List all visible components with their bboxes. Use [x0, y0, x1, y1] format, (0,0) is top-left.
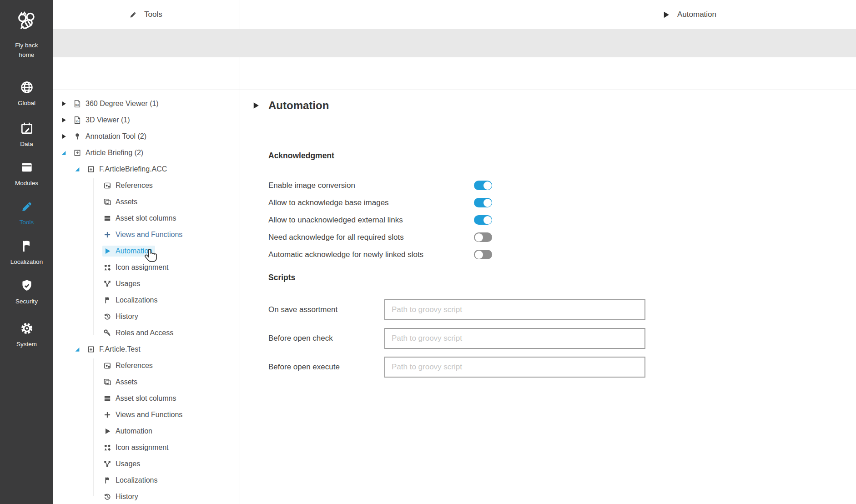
toggle-switch-allow-to-unacknowledged-external-links[interactable]: [474, 215, 492, 225]
tree-item-content: 3D3D Viewer (1): [72, 115, 133, 126]
tree-item-label: Localizations: [116, 476, 158, 484]
tree-item-views-and-functions[interactable]: Views and Functions: [53, 227, 240, 243]
tree-item-roles-and-access[interactable]: Roles and Access: [53, 325, 240, 341]
tree-item-content: Views and Functions: [102, 409, 185, 420]
tree-item-localizations[interactable]: Localizations: [53, 472, 240, 489]
collapse-arrow-icon[interactable]: [74, 346, 81, 353]
pencil-icon: [20, 199, 34, 214]
tree-item-360-degree-viewer-1[interactable]: 360360 Degree Viewer (1): [53, 96, 240, 112]
tree-item-views-and-functions[interactable]: Views and Functions: [53, 407, 240, 423]
tree-item-usages[interactable]: Usages: [53, 276, 240, 292]
tree-item-asset-slot-columns[interactable]: Asset slot columns: [53, 390, 240, 407]
tree-item-annotation-tool-2[interactable]: Annotation Tool (2): [53, 128, 240, 145]
toggle-switch-need-acknowledge-for-all-required-slots[interactable]: [474, 232, 492, 242]
sidebar-item-localization[interactable]: Localization: [0, 239, 53, 267]
expand-arrow-icon[interactable]: [60, 101, 67, 107]
document-360-icon: 360: [73, 100, 81, 108]
assets-icon: [103, 198, 111, 206]
tree-item-content: Asset slot columns: [102, 213, 179, 224]
automation-panel-header: Automation: [662, 0, 716, 29]
sidebar-item-label: Modules: [0, 179, 53, 188]
tree-item-3d-viewer-1[interactable]: 3D3D Viewer (1): [53, 112, 240, 128]
toggle-label: Need acknowledge for all required slots: [268, 233, 404, 242]
toggle-switch-allow-to-acknowledge-base-images[interactable]: [474, 198, 492, 207]
flag-icon: [103, 296, 111, 304]
tree-item-content: Article Briefing (2): [72, 147, 146, 158]
expand-arrow-icon[interactable]: [60, 117, 67, 123]
toggle-switch-enable-image-conversion[interactable]: [474, 181, 492, 190]
tree-item-label: Icon assignment: [116, 444, 169, 452]
toggle-row-automatic-acknowledge-for-newly-linked-slots: Automatic acknowledge for newly linked s…: [268, 246, 523, 263]
tree-item-label: Views and Functions: [116, 231, 182, 239]
toggle-row-allow-to-unacknowledged-external-links: Allow to unacknowledged external links: [268, 212, 523, 229]
tree-item-usages[interactable]: Usages: [53, 456, 240, 472]
tree-item-label: Asset slot columns: [116, 394, 176, 403]
tree-item-references[interactable]: References: [53, 177, 240, 194]
tree-item-f-article-test[interactable]: F.Article.Test: [53, 341, 240, 358]
tree-item-content: Automation: [102, 426, 155, 437]
sidebar-item-global[interactable]: Global: [0, 80, 53, 108]
tree-item-content: Automation: [102, 246, 155, 257]
acknowledgment-heading: Acknowledgment: [268, 151, 334, 161]
tree-item-icon-assignment[interactable]: Icon assignment: [53, 439, 240, 456]
toggle-knob: [483, 181, 492, 190]
tree-item-content: Assets: [102, 197, 140, 207]
sidebar-item-data[interactable]: Data: [0, 121, 53, 149]
tree-item-history[interactable]: History: [53, 308, 240, 325]
tree-item-automation[interactable]: Automation: [53, 423, 240, 439]
usages-icon: [103, 280, 111, 288]
tree-item-automation[interactable]: Automation: [53, 243, 240, 259]
tree-item-label: References: [116, 181, 153, 190]
shield-check-icon: [20, 278, 34, 293]
globe-icon: [20, 80, 34, 95]
asset-slot-columns-icon: [103, 214, 111, 222]
tree-item-assets[interactable]: Assets: [53, 374, 240, 390]
tree-item-history[interactable]: History: [53, 489, 240, 504]
modules-box-icon: [20, 160, 34, 175]
toggle-switch-automatic-acknowledge-for-newly-linked-slots[interactable]: [474, 250, 492, 259]
collapse-arrow-icon[interactable]: [60, 150, 67, 156]
tree-item-content: Views and Functions: [102, 229, 185, 240]
page-title-text: Automation: [268, 99, 329, 112]
app-root: Fly back homeGlobalDataModulesToolsLocal…: [0, 0, 856, 504]
assets-icon: [103, 378, 111, 386]
sidebar-item-label: Global: [0, 99, 53, 108]
usages-icon: [103, 460, 111, 468]
tree-item-label: Annotation Tool (2): [86, 132, 146, 141]
script-path-input-before-open-execute[interactable]: [384, 357, 645, 378]
tree-item-localizations[interactable]: Localizations: [53, 292, 240, 308]
tree-item-references[interactable]: References: [53, 358, 240, 374]
sidebar-item-modules[interactable]: Modules: [0, 160, 53, 188]
plus-icon: [103, 231, 111, 239]
tree-item-article-briefing-2[interactable]: Article Briefing (2): [53, 145, 240, 161]
sidebar-item-fly-back-home[interactable]: Fly back home: [0, 11, 53, 60]
tree-item-label: 360 Degree Viewer (1): [86, 100, 159, 108]
sidebar-item-security[interactable]: Security: [0, 278, 53, 307]
sidebar-item-system[interactable]: System: [0, 321, 53, 349]
history-icon: [103, 493, 111, 501]
flag-icon: [20, 239, 34, 253]
script-path-input-before-open-check[interactable]: [384, 328, 645, 349]
pin-icon: [73, 132, 81, 141]
expand-arrow-icon[interactable]: [60, 133, 67, 140]
tree-item-content: 360360 Degree Viewer (1): [72, 98, 161, 109]
tree-item-assets[interactable]: Assets: [53, 194, 240, 210]
toggle-knob: [475, 251, 483, 259]
tree-item-content: Assets: [102, 377, 140, 388]
tree-item-content: Usages: [102, 278, 143, 289]
tree-item-label: Article Briefing (2): [86, 149, 143, 157]
tree-item-content: Asset slot columns: [102, 393, 179, 404]
tree-item-icon-assignment[interactable]: Icon assignment: [53, 259, 240, 276]
field-label-before-open-check: Before open check: [268, 334, 333, 343]
tree-item-asset-slot-columns[interactable]: Asset slot columns: [53, 210, 240, 227]
tree-item-f-articlebriefing-acc[interactable]: F.ArticleBriefing.ACC: [53, 161, 240, 177]
flag-icon: [103, 476, 111, 484]
tree-item-label: Automation: [116, 247, 152, 255]
tools-panel-header: Tools: [129, 0, 162, 29]
tools-tree-panel: 360360 Degree Viewer (1)3D3D Viewer (1)A…: [53, 90, 240, 504]
tree-item-content: References: [102, 360, 156, 371]
sidebar-item-tools[interactable]: Tools: [0, 199, 53, 227]
play-icon: [662, 10, 670, 19]
collapse-arrow-icon[interactable]: [74, 166, 81, 172]
script-path-input-on-save-assortment[interactable]: [384, 299, 645, 320]
